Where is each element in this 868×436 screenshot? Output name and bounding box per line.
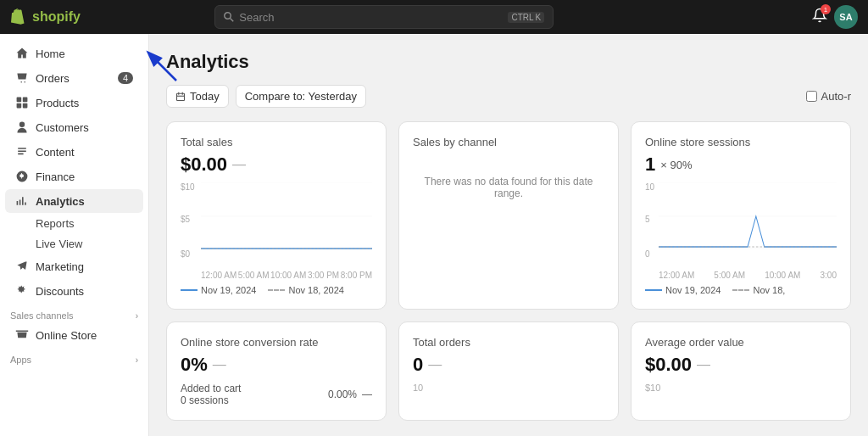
card-total-sales: Total sales $0.00 — $10 $5 $0 [166, 121, 387, 310]
finance-icon [15, 170, 29, 183]
search-input[interactable] [239, 11, 503, 24]
svg-rect-5 [23, 103, 28, 109]
card-conversion-value: 0% — [181, 354, 372, 376]
sidebar-label-discounts: Discounts [36, 285, 84, 298]
search-icon [224, 12, 234, 22]
card-sales-channel-title: Sales by channel [413, 136, 604, 148]
calendar-icon [175, 92, 186, 102]
no-data-message: There was no data found for this date ra… [413, 154, 604, 221]
discounts-icon [15, 284, 29, 298]
card-total-sales-title: Total sales [181, 136, 372, 148]
card-avg-order-value: Average order value $0.00 — $10 [631, 321, 851, 421]
svg-rect-6 [177, 93, 185, 100]
sessions-legend-line-dashed [732, 289, 749, 291]
sidebar-label-content: Content [36, 146, 75, 159]
svg-rect-4 [17, 103, 22, 109]
auto-refresh: Auto-r [806, 90, 851, 103]
sidebar-label-online-store: Online Store [36, 329, 97, 342]
sidebar-item-content[interactable]: Content [5, 140, 143, 164]
content-area: Analytics Today Compare to: Yesterday Au… [149, 34, 868, 436]
total-sales-x-labels: 12:00 AM 5:00 AM 10:00 AM 3:00 PM 8:00 P… [201, 271, 372, 280]
legend-item-nov18: Nov 18, 2024 [268, 285, 343, 295]
sales-channels-chevron[interactable]: › [136, 311, 138, 321]
sidebar-item-customers[interactable]: Customers [5, 115, 143, 139]
sessions-svg [659, 182, 837, 250]
card-orders-title: Total orders [413, 336, 604, 349]
avg-order-y-label: $10 [645, 383, 837, 393]
sessions-legend-nov18: Nov 18, [732, 285, 785, 295]
sessions-x-labels: 12:00 AM 5:00 AM 10:00 AM 3:00 [659, 271, 837, 280]
apps-chevron[interactable]: › [136, 355, 138, 365]
shopify-text: shopify [32, 9, 81, 25]
today-label: Today [190, 90, 220, 103]
topbar: shopify CTRL K 1 SA [0, 0, 868, 34]
sidebar-sub-live-view[interactable]: Live View [5, 234, 143, 254]
card-conversion-rate: Online store conversion rate 0% — Added … [166, 321, 387, 421]
sidebar-item-marketing[interactable]: Marketing [5, 254, 143, 278]
cards-grid: Total sales $0.00 — $10 $5 $0 [166, 121, 851, 421]
notifications-button[interactable]: 1 [812, 8, 827, 26]
auto-refresh-checkbox[interactable] [806, 91, 817, 102]
sidebar-item-discounts[interactable]: Discounts [5, 279, 143, 303]
apps-section: Apps › [0, 348, 148, 366]
topbar-right: 1 SA [812, 5, 858, 29]
auto-refresh-label: Auto-r [821, 90, 851, 103]
customers-icon [15, 120, 29, 134]
card-sessions-value: 1 × 90% [645, 154, 837, 176]
card-avg-order-value-display: $0.00 — [645, 354, 837, 376]
card-orders-value: 0 — [413, 354, 604, 376]
home-icon [15, 47, 29, 60]
search-bar[interactable]: CTRL K [214, 5, 554, 29]
conversion-details-right: 0.00% — [328, 388, 372, 400]
svg-line-1 [231, 19, 234, 22]
shopify-icon [10, 8, 27, 25]
svg-rect-3 [23, 98, 28, 103]
svg-rect-2 [17, 98, 22, 103]
sidebar-label-analytics: Analytics [36, 195, 85, 208]
card-sales-by-channel: Sales by channel There was no data found… [398, 121, 619, 310]
products-icon [15, 96, 29, 109]
card-conversion-details: Added to cart 0 sessions 0.00% — [181, 383, 372, 406]
sidebar-label-customers: Customers [36, 121, 89, 134]
card-conversion-title: Online store conversion rate [181, 336, 372, 349]
sidebar-item-products[interactable]: Products [5, 91, 143, 115]
sidebar-item-home[interactable]: Home [5, 42, 143, 65]
svg-point-0 [225, 13, 231, 20]
compare-button[interactable]: Compare to: Yesterday [236, 85, 366, 108]
card-total-sales-value: $0.00 — [181, 154, 372, 176]
sidebar-item-orders[interactable]: Orders 4 [5, 66, 143, 90]
legend-line-dashed [268, 289, 285, 291]
compare-label: Compare to: Yesterday [245, 90, 357, 103]
store-icon [15, 328, 29, 342]
sidebar-label-orders: Orders [36, 72, 70, 85]
avatar[interactable]: SA [834, 5, 858, 29]
sidebar-item-analytics[interactable]: Analytics [5, 189, 143, 213]
orders-badge: 4 [118, 72, 133, 84]
apps-label: Apps [10, 355, 31, 365]
sidebar-label-finance: Finance [36, 170, 75, 183]
sidebar-item-finance[interactable]: Finance [5, 165, 143, 188]
card-sessions-title: Online store sessions [645, 136, 837, 148]
notif-badge: 1 [821, 4, 831, 14]
content-icon [15, 145, 29, 159]
orders-icon [15, 71, 29, 85]
total-sales-chart: $10 $5 $0 [181, 182, 372, 267]
legend-item-nov19: Nov 19, 2024 [181, 285, 256, 295]
sidebar-sub-label-live-view: Live View [36, 238, 82, 250]
sidebar-sub-reports[interactable]: Reports [5, 214, 143, 233]
legend-line-solid [181, 289, 198, 291]
sessions-chart: 10 5 0 [645, 182, 837, 267]
sessions-legend-line-solid [645, 289, 662, 291]
page-title: Analytics [166, 51, 851, 73]
total-sales-legend: Nov 19, 2024 Nov 18, 2024 [181, 285, 372, 295]
marketing-icon [15, 260, 29, 273]
sidebar: Home Orders 4 Products Customers Content… [0, 34, 149, 436]
sidebar-sub-label-reports: Reports [36, 217, 75, 230]
today-button[interactable]: Today [166, 85, 229, 108]
card-avg-order-title: Average order value [645, 336, 837, 349]
sales-channels-section: Sales channels › [0, 304, 148, 322]
shopify-logo: shopify [10, 8, 81, 25]
orders-y-label: 10 [413, 383, 604, 393]
sidebar-item-online-store[interactable]: Online Store [5, 323, 143, 347]
analytics-icon [15, 194, 29, 208]
